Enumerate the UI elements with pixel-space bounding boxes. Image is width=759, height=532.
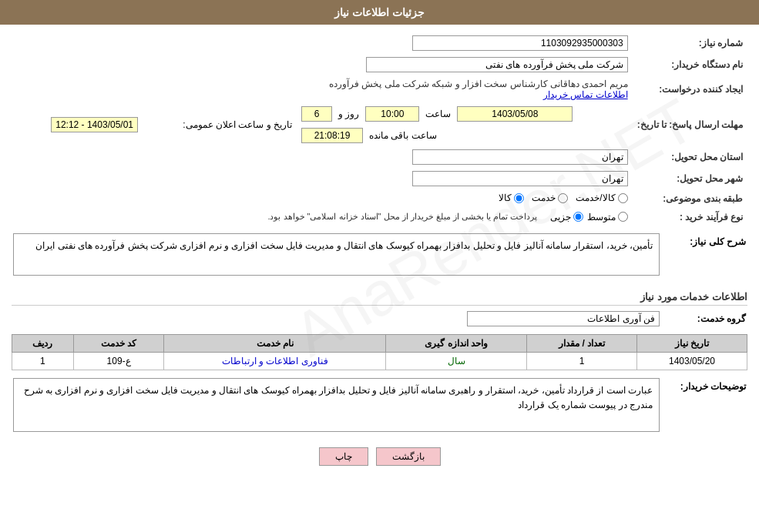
radio-motavaset-label: متوسط: [587, 212, 616, 223]
buttons-row: بازگشت چاپ: [12, 447, 747, 466]
radio-khadamat-label: خدمت: [532, 192, 556, 203]
creator-value: مریم احمدی دهاقانی کارشناس سخت افزار و ش…: [297, 75, 633, 103]
radio-motavaset[interactable]: متوسط: [587, 212, 628, 223]
radio-kala-khadamat-label: کالا/خدمت: [576, 192, 615, 203]
response-deadline-value: 1403/05/08 ساعت 10:00 روز و 6 ساعت باقی …: [297, 103, 633, 146]
purchase-type-value: متوسط جزیی پرداخت تمام یا بخشی از مبلغ خ…: [12, 209, 633, 226]
need-number-value: 1103092935000303: [297, 32, 633, 54]
service-group-input: فن آوری اطلاعات: [467, 311, 660, 326]
announce-value-cell: 1403/05/01 - 12:12: [12, 103, 143, 146]
general-desc-box: تأمین، خرید، استقرار سامانه آنالیز فایل …: [13, 233, 660, 276]
radio-jozee-label: جزیی: [550, 212, 571, 223]
cell-unit: سال: [386, 352, 527, 370]
city-value: تهران: [297, 168, 633, 189]
services-table-body: 1403/05/20 1 سال فناوری اطلاعات و ارتباط…: [12, 352, 747, 370]
cell-row-num: 1: [12, 352, 74, 370]
radio-kala-khadamat[interactable]: کالا/خدمت: [576, 192, 627, 203]
service-group-label: گروه خدمت:: [661, 311, 746, 326]
need-number-label: شماره نیاز:: [633, 32, 747, 54]
announce-label: تاریخ و ساعت اعلان عمومی:: [183, 119, 292, 130]
general-desc-label: شرح کلی نیاز:: [661, 233, 746, 282]
services-table-header-row: تاریخ نیاز تعداد / مقدار واحد اندازه گیر…: [12, 334, 747, 352]
buyer-notes-value: عبارت است از قرارداد تأمین، خرید، استقرا…: [13, 378, 660, 438]
response-remaining-input: 21:08:19: [301, 128, 363, 143]
purchase-type-label: نوع فرآیند خرید :: [633, 209, 747, 226]
province-label: استان محل تحویل:: [633, 146, 747, 168]
col-service-code: کد خدمت: [73, 334, 164, 352]
province-input: تهران: [412, 149, 628, 165]
creator-text: مریم احمدی دهاقانی کارشناس سخت افزار و ش…: [329, 79, 628, 89]
cell-date: 1403/05/20: [637, 352, 747, 370]
city-input: تهران: [412, 171, 628, 186]
col-unit: واحد اندازه گیری: [386, 334, 527, 352]
services-section-title: اطلاعات خدمات مورد نیاز: [12, 291, 747, 306]
province-value: تهران: [297, 146, 633, 168]
creator-label: ایجاد کننده درخواست:: [633, 75, 747, 103]
table-row: 1403/05/20 1 سال فناوری اطلاعات و ارتباط…: [12, 352, 747, 370]
category-value: کالا/خدمت خدمت کالا: [297, 189, 633, 209]
service-group-value: فن آوری اطلاعات: [13, 311, 660, 326]
radio-khadamat[interactable]: خدمت: [532, 192, 568, 203]
general-desc-table: شرح کلی نیاز: تأمین، خرید، استقرار سامان…: [12, 232, 747, 283]
radio-kala-label: کالا: [499, 192, 512, 203]
general-desc-section: شرح کلی نیاز: تأمین، خرید، استقرار سامان…: [12, 232, 747, 283]
page-container: AnaRender.NET جزئیات اطلاعات نیاز شماره …: [0, 0, 759, 532]
response-deadline-row: مهلت ارسال پاسخ: تا تاریخ: 1403/05/08 سا…: [12, 103, 747, 146]
page-title: جزئیات اطلاعات نیاز: [334, 6, 425, 18]
need-number-row: شماره نیاز: 1103092935000303: [12, 32, 747, 54]
cell-quantity: 1: [527, 352, 637, 370]
response-remaining-label: ساعت باقی مانده: [369, 130, 437, 141]
creator-link[interactable]: اطلاعات تماس خریدار: [543, 89, 628, 100]
col-date: تاریخ نیاز: [637, 334, 747, 352]
col-service-name: نام خدمت: [164, 334, 386, 352]
radio-kala-khadamat-input[interactable]: [618, 193, 628, 203]
announce-value-input: 1403/05/01 - 12:12: [51, 117, 138, 132]
province-row: استان محل تحویل: تهران: [12, 146, 747, 168]
response-deadline-label: مهلت ارسال پاسخ: تا تاریخ:: [633, 103, 747, 146]
back-button[interactable]: بازگشت: [376, 447, 441, 466]
services-table-head: تاریخ نیاز تعداد / مقدار واحد اندازه گیر…: [12, 334, 747, 352]
need-number-input: 1103092935000303: [412, 35, 628, 51]
radio-khadamat-input[interactable]: [558, 193, 568, 203]
response-time-input: 10:00: [365, 106, 419, 122]
general-desc-value: تأمین، خرید، استقرار سامانه آنالیز فایل …: [13, 233, 660, 282]
buyer-notes-box: عبارت است از قرارداد تأمین، خرید، استقرا…: [13, 378, 660, 432]
radio-kala-input[interactable]: [514, 193, 524, 203]
col-quantity: تعداد / مقدار: [527, 334, 637, 352]
city-row: شهر محل تحویل: تهران: [12, 168, 747, 189]
print-button[interactable]: چاپ: [319, 447, 368, 466]
response-days-input: 6: [301, 106, 332, 122]
response-date-input: 1403/05/08: [457, 106, 573, 122]
buyer-org-row: نام دستگاه خریدار: شرکت ملی پخش فرآورده …: [12, 54, 747, 75]
purchase-note: پرداخت تمام یا بخشی از مبلغ خریدار از مح…: [267, 212, 537, 222]
main-info-table: شماره نیاز: 1103092935000303 نام دستگاه …: [12, 32, 747, 226]
category-radio-group: کالا/خدمت خدمت کالا: [499, 192, 627, 203]
service-group-row: گروه خدمت: فن آوری اطلاعات: [13, 311, 746, 326]
purchase-type-row: نوع فرآیند خرید : متوسط جزیی پرداخت تمام…: [12, 209, 747, 226]
radio-jozee-input[interactable]: [573, 212, 583, 222]
general-desc-row: شرح کلی نیاز: تأمین، خرید، استقرار سامان…: [13, 233, 746, 282]
city-label: شهر محل تحویل:: [633, 168, 747, 189]
col-row-num: ردیف: [12, 334, 74, 352]
category-label: طبقه بندی موضوعی:: [633, 189, 747, 209]
page-header: جزئیات اطلاعات نیاز: [0, 0, 759, 25]
response-time-label: ساعت: [425, 109, 451, 119]
buyer-org-value: شرکت ملی پخش فرآورده های نفتی: [297, 54, 633, 75]
cell-service-code: ع-109: [73, 352, 164, 370]
service-group-table: گروه خدمت: فن آوری اطلاعات: [12, 309, 747, 328]
buyer-notes-table: توضیحات خریدار: عبارت است از قرارداد تأم…: [12, 376, 747, 440]
services-data-table: تاریخ نیاز تعداد / مقدار واحد اندازه گیر…: [12, 334, 747, 370]
announce-label-cell: تاریخ و ساعت اعلان عمومی:: [143, 103, 297, 146]
response-day-label: روز و: [338, 109, 359, 119]
cell-service-name: فناوری اطلاعات و ارتباطات: [164, 352, 386, 370]
content-area: شماره نیاز: 1103092935000303 نام دستگاه …: [0, 25, 759, 481]
category-row: طبقه بندی موضوعی: کالا/خدمت خدمت: [12, 189, 747, 209]
buyer-org-label: نام دستگاه خریدار:: [633, 54, 747, 75]
buyer-org-input: شرکت ملی پخش فرآورده های نفتی: [366, 57, 628, 72]
radio-kala[interactable]: کالا: [499, 192, 524, 203]
creator-row: ایجاد کننده درخواست: مریم احمدی دهاقانی …: [12, 75, 747, 103]
purchase-type-radio-group: متوسط جزیی پرداخت تمام یا بخشی از مبلغ خ…: [16, 212, 628, 223]
radio-motavaset-input[interactable]: [618, 212, 628, 222]
radio-jozee[interactable]: جزیی: [550, 212, 583, 223]
buyer-notes-row: توضیحات خریدار: عبارت است از قرارداد تأم…: [13, 378, 746, 438]
